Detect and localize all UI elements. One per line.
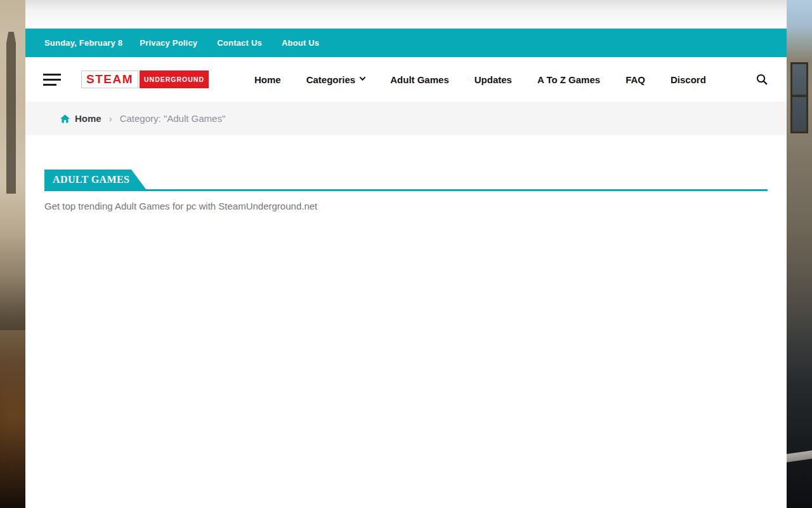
top-bar: Sunday, February 8 Privacy Policy Contac… — [25, 29, 787, 57]
nav-item-home[interactable]: Home — [254, 74, 281, 85]
site-logo[interactable]: STEAM UNDERGROUND — [81, 70, 209, 88]
home-icon — [60, 114, 70, 123]
main-header: STEAM UNDERGROUND Home Categories Adult … — [25, 57, 787, 102]
breadcrumb-home-label: Home — [75, 113, 102, 124]
nav-item-updates[interactable]: Updates — [475, 74, 512, 85]
breadcrumb-current-page: Category: "Adult Games" — [120, 113, 226, 124]
category-description: Get top trending Adult Games for pc with… — [44, 199, 768, 213]
background-image-left — [0, 0, 25, 508]
site-container: Sunday, February 8 Privacy Policy Contac… — [25, 0, 787, 508]
category-title: ADULT GAMES — [44, 170, 131, 189]
topbar-link-about-us[interactable]: About Us — [282, 38, 319, 48]
category-title-flag: ADULT GAMES — [44, 170, 146, 189]
topbar-link-contact-us[interactable]: Contact Us — [217, 38, 262, 48]
logo-steam-text: STEAM — [81, 70, 138, 88]
hamburger-menu-icon[interactable] — [43, 74, 61, 86]
main-navigation: Home Categories Adult Games Updates A To… — [254, 74, 706, 85]
hamburger-bar — [43, 74, 61, 76]
background-window — [790, 62, 808, 133]
background-haze — [0, 190, 25, 330]
search-icon[interactable] — [755, 72, 769, 86]
topbar-link-privacy-policy[interactable]: Privacy Policy — [140, 38, 197, 48]
breadcrumb: Home › Category: "Adult Games" — [25, 102, 787, 135]
logo-underground-text: UNDERGROUND — [140, 70, 209, 88]
hamburger-bar — [43, 84, 56, 86]
page-content: ADULT GAMES Get top trending Adult Games… — [25, 135, 787, 213]
chevron-down-icon — [360, 74, 366, 81]
breadcrumb-separator: › — [109, 113, 112, 124]
hamburger-bar — [43, 79, 61, 81]
category-title-slant — [131, 170, 146, 189]
nav-item-adult-games[interactable]: Adult Games — [390, 74, 449, 85]
current-date: Sunday, February 8 — [44, 38, 122, 48]
pre-header-space — [25, 0, 787, 29]
background-tower-silhouette — [6, 32, 16, 194]
background-image-right — [787, 0, 812, 508]
nav-item-categories[interactable]: Categories — [306, 74, 365, 85]
nav-item-discord[interactable]: Discord — [671, 74, 706, 85]
background-ledge — [787, 450, 812, 462]
nav-item-a-to-z-games[interactable]: A To Z Games — [537, 74, 600, 85]
breadcrumb-home-link[interactable]: Home — [60, 113, 102, 124]
nav-item-faq[interactable]: FAQ — [625, 74, 645, 85]
category-section-header: ADULT GAMES — [44, 170, 768, 191]
